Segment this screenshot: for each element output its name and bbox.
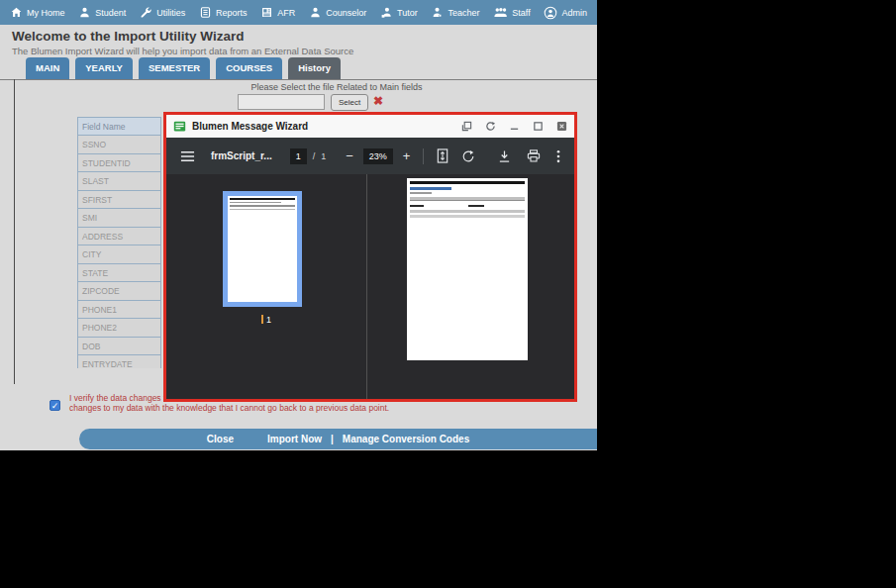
verify-text-line2: changes to my data with the knowledge th… <box>69 403 389 413</box>
fit-to-page-icon[interactable] <box>437 148 448 163</box>
menu-hamburger-icon[interactable] <box>180 150 195 162</box>
pdf-page-preview <box>407 178 528 360</box>
field-row: SMI <box>77 209 161 228</box>
nav-item-reports[interactable]: Reports <box>199 6 248 19</box>
nav-item-utilities[interactable]: Utilities <box>140 6 185 19</box>
page-table-band <box>410 197 525 201</box>
page-thumbnail-selected[interactable] <box>223 191 302 307</box>
thumbnail-pane[interactable]: 1 <box>166 174 366 399</box>
nav-item-tutor[interactable]: Tutor <box>380 6 418 19</box>
field-row: PHONE1 <box>77 301 161 320</box>
thumb-content-line <box>230 209 295 210</box>
zoom-out-button[interactable]: − <box>346 148 353 163</box>
select-file-button[interactable]: Select <box>331 94 368 111</box>
thumb-content-line <box>230 198 295 200</box>
clear-file-icon[interactable]: ✖ <box>373 94 383 108</box>
document-pane <box>367 174 574 399</box>
footer-action-bar: Close Import Now | Manage Conversion Cod… <box>79 429 597 449</box>
tab-bar: MAIN YEARLY SEMESTER COURSES History <box>26 57 341 79</box>
page-column-label <box>410 205 424 207</box>
kebab-menu-icon[interactable] <box>556 149 560 163</box>
page-subtitle: The Blumen Import Wizard will help you i… <box>12 46 353 56</box>
undock-icon[interactable] <box>461 121 472 132</box>
manage-conversion-codes-button[interactable]: Manage Conversion Codes <box>343 434 469 444</box>
field-row: PHONE2 <box>77 319 161 338</box>
thumb-content-line <box>230 205 295 207</box>
refresh-icon[interactable] <box>485 121 496 132</box>
page-separator: / <box>313 151 316 161</box>
pdf-filename: frmScript_r... <box>211 150 272 161</box>
maximize-icon[interactable] <box>533 121 544 132</box>
nav-label: Teacher <box>448 8 479 18</box>
top-nav: My Home Student Utilities Reports AFR Co… <box>0 0 597 25</box>
dialog-title-bar[interactable]: Blumen Message Wizard <box>166 115 574 138</box>
nav-label: Tutor <box>397 8 418 18</box>
close-button[interactable]: Close <box>207 434 234 444</box>
print-icon[interactable] <box>527 149 541 162</box>
file-path-input[interactable] <box>238 94 325 110</box>
field-row: ZIPCODE <box>77 282 161 301</box>
nav-item-admin[interactable]: Admin <box>544 6 587 20</box>
minimize-icon[interactable] <box>509 121 520 132</box>
field-table-header: Field Name <box>77 117 161 136</box>
pdf-viewer-body: 1 <box>166 174 574 399</box>
page-column-label <box>468 205 484 207</box>
dialog-title: Blumen Message Wizard <box>192 121 308 132</box>
nav-label: AFR <box>277 8 295 18</box>
thumbnail-page-number: 1 <box>266 315 271 325</box>
close-icon[interactable] <box>556 121 567 132</box>
panel-left-border <box>14 79 15 384</box>
page-header-rule <box>410 181 525 184</box>
verify-checkbox[interactable]: ✓ <box>50 400 60 411</box>
nav-label: Reports <box>216 8 248 18</box>
tab-semester[interactable]: SEMESTER <box>139 57 210 79</box>
nav-label: Student <box>95 8 126 18</box>
panel-top-border <box>0 79 597 80</box>
reports-icon <box>199 6 212 19</box>
nav-label: Staff <box>512 8 530 18</box>
verify-text-line1: I verify the data changes to <box>69 393 170 403</box>
nav-item-staff[interactable]: Staff <box>493 6 530 19</box>
tab-main[interactable]: MAIN <box>26 57 69 79</box>
tab-history[interactable]: History <box>288 57 341 79</box>
afr-document-icon <box>260 6 273 19</box>
zoom-level-display: 23% <box>363 148 393 164</box>
field-row: STUDENTID <box>77 154 161 173</box>
page-count: 1 <box>321 151 326 161</box>
page-subtext-line <box>410 192 432 194</box>
wrench-icon <box>140 6 152 19</box>
nav-item-my-home[interactable]: My Home <box>10 6 65 19</box>
toolbar-divider <box>423 148 424 164</box>
teacher-icon <box>431 6 444 19</box>
thumbnail-caret <box>261 315 263 324</box>
page-number-input[interactable]: 1 <box>290 148 307 164</box>
page-table-band <box>410 210 525 213</box>
import-now-button[interactable]: Import Now <box>267 434 322 444</box>
toolbar-right-group <box>498 149 560 163</box>
nav-item-counselor[interactable]: Counselor <box>309 6 366 19</box>
nav-label: Admin <box>561 8 587 18</box>
screen: My Home Student Utilities Reports AFR Co… <box>0 0 896 588</box>
student-icon <box>78 6 91 19</box>
pdf-toolbar: frmScript_r... 1 / 1 − 23% + <box>166 138 574 174</box>
footer-separator: | <box>331 434 334 444</box>
blumen-message-wizard-dialog: Blumen Message Wizard frmScript_r... 1 /… <box>163 112 577 402</box>
field-row: SLAST <box>77 172 161 191</box>
zoom-in-button[interactable]: + <box>403 148 411 163</box>
tab-courses[interactable]: COURSES <box>216 57 282 79</box>
rotate-icon[interactable] <box>461 149 475 163</box>
tab-yearly[interactable]: YEARLY <box>75 57 133 79</box>
tutor-icon <box>380 6 393 19</box>
download-icon[interactable] <box>498 149 511 163</box>
field-row: ENTRYDATE <box>77 355 161 368</box>
nav-item-student[interactable]: Student <box>78 6 126 19</box>
nav-label: Utilities <box>156 8 185 18</box>
nav-item-afr[interactable]: AFR <box>260 6 295 19</box>
staff-people-icon <box>493 6 508 19</box>
nav-item-teacher[interactable]: Teacher <box>431 6 479 19</box>
field-name-table: Field Name SSNO STUDENTID SLAST SFIRST S… <box>77 117 161 368</box>
window-controls <box>461 121 567 132</box>
thumb-content-line <box>230 202 281 203</box>
field-row: CITY <box>77 245 161 264</box>
form-document-icon <box>173 120 186 133</box>
